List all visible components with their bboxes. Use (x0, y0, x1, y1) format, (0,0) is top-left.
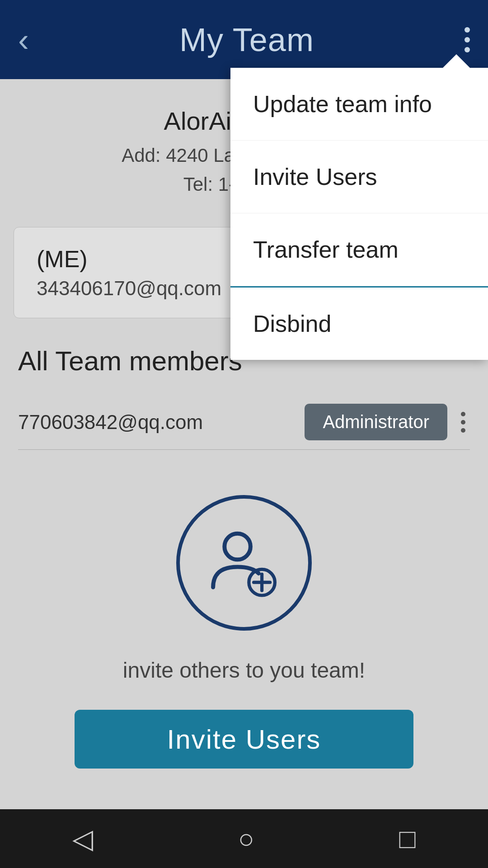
dropdown-item-transfer-team[interactable]: Transfer team (230, 213, 488, 286)
nav-recent-icon[interactable]: □ (399, 823, 416, 854)
member-email: 770603842@qq.com (18, 411, 203, 434)
page-title: My Team (179, 21, 314, 58)
invite-prompt-text: invite others to you team! (123, 658, 365, 683)
dropdown-arrow (443, 54, 470, 68)
svg-point-0 (225, 533, 251, 560)
more-options-icon[interactable] (465, 27, 470, 52)
dropdown-item-disbind[interactable]: Disbind (230, 286, 488, 360)
dropdown-item-update-team[interactable]: Update team info (230, 68, 488, 141)
invite-users-button[interactable]: Invite Users (75, 710, 413, 769)
dropdown-item-invite-users[interactable]: Invite Users (230, 141, 488, 213)
invite-section: invite others to you team! Invite Users (0, 459, 488, 787)
dropdown-menu: Update team info Invite Users Transfer t… (230, 68, 488, 360)
invite-user-icon (176, 495, 312, 631)
member-more-options-icon[interactable] (456, 407, 470, 437)
nav-back-icon[interactable]: ◁ (72, 823, 93, 854)
table-row: 770603842@qq.com Administrator (18, 395, 470, 450)
app-header: ‹ My Team (0, 0, 488, 79)
admin-badge: Administrator (305, 404, 447, 440)
member-right: Administrator (305, 404, 470, 440)
nav-home-icon[interactable]: ○ (238, 823, 254, 854)
invite-users-button-label: Invite Users (167, 724, 321, 755)
bottom-navigation: ◁ ○ □ (0, 809, 488, 868)
back-icon[interactable]: ‹ (18, 24, 29, 56)
